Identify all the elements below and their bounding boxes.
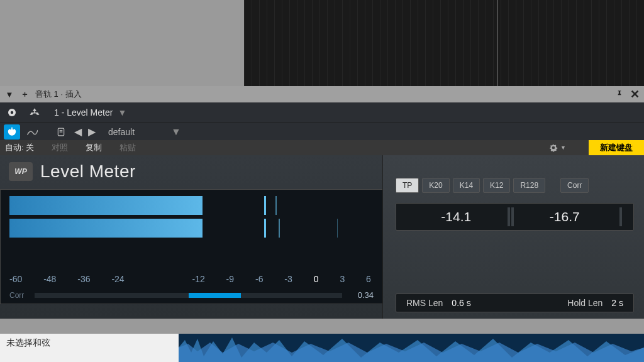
power-button[interactable] [4,124,20,140]
rms-len-value[interactable]: 0.6 s [452,298,470,308]
plugin-window: ▼ ＋ 音轨 1 · 插入 ✕ 1 - Level Meter ▼ [0,86,644,334]
window-title: 音轨 1 · 插入 [35,89,82,100]
window-titlebar[interactable]: ▼ ＋ 音轨 1 · 插入 ✕ [0,86,644,102]
meter-mode-row: TP K20 K14 K12 R128 Corr [396,178,634,193]
paste-button[interactable]: 粘贴 [119,142,136,153]
close-icon[interactable]: ✕ [630,87,639,101]
auto-toggle[interactable]: 自动: 关 [5,142,34,153]
activity-icon[interactable] [4,105,20,120]
chevron-down-icon: ▼ [118,107,126,118]
mode-k20-button[interactable]: K20 [422,178,449,193]
copy-button[interactable]: 复制 [86,142,102,153]
plugin-header-row1: 1 - Level Meter ▼ [0,102,644,123]
chord-track-label-area[interactable]: 未选择和弦 [0,334,179,362]
mode-r128-button[interactable]: R128 [513,178,545,193]
bottom-strip: 未选择和弦 -6.0 -12.0 -18.0 -24.0 [0,334,644,362]
audio-waveform [179,334,644,362]
settings-button[interactable]: ▼ [549,143,566,152]
correlation-value: 0.34 [348,290,374,300]
brand-logo: WP [9,162,33,181]
chevron-down-icon: ▼ [560,145,566,151]
preset-menu-icon[interactable] [53,124,69,140]
plugin-header-row2: ◀ ▶ default ▼ [0,123,644,140]
correlation-meter: Corr 0.34 [9,290,374,300]
mode-corr-button[interactable]: Corr [560,178,589,193]
plugin-body: WP Level Meter -60 -48 [0,155,644,319]
preset-dropdown-icon[interactable]: ▼ [171,126,181,138]
hold-len-value[interactable]: 2 s [611,298,623,308]
meter-bar-left [9,196,374,215]
mode-k12-button[interactable]: K12 [483,178,510,193]
meter-right-pane: TP K20 K14 K12 R128 Corr -14.1 -16.7 RMS… [382,155,644,319]
hold-len-label: Hold Len [567,298,602,308]
meter-scale: -60 -48 -36 -24 -12 -9 -6 -3 0 3 6 [9,274,374,284]
svg-point-1 [11,111,14,114]
dropdown-icon[interactable]: ▼ [5,90,14,99]
meter-bar-right [9,219,374,238]
slot-selector[interactable]: 1 - Level Meter ▼ [49,107,131,118]
readout-right: -16.7 [515,209,615,224]
timeline-background[interactable] [244,0,644,92]
preset-next-icon[interactable]: ▶ [87,124,97,140]
preset-prev-icon[interactable]: ◀ [73,124,83,140]
waveform-lane[interactable]: -6.0 -12.0 -18.0 -24.0 [179,334,644,362]
meter-left-pane: WP Level Meter -60 -48 [0,155,382,319]
compare-button[interactable]: 对照 [52,142,68,153]
chord-status: 未选择和弦 [6,337,50,349]
new-keyboard-button[interactable]: 新建键盘 [589,140,644,155]
peak-readout[interactable]: -14.1 -16.7 [396,203,634,231]
rms-len-label: RMS Len [406,298,443,308]
playhead-cursor[interactable] [497,0,497,92]
mode-tp-button[interactable]: TP [396,178,419,193]
level-meter-display: -60 -48 -36 -24 -12 -9 -6 -3 0 3 6 Corr [0,189,382,304]
pin-icon[interactable] [615,90,624,99]
readout-left: -14.1 [406,209,506,224]
correlation-label: Corr [9,291,28,300]
plugin-title: Level Meter [40,162,136,182]
routing-icon[interactable] [26,105,43,120]
add-icon[interactable]: ＋ [20,89,29,100]
automation-icon[interactable] [24,124,40,140]
correlation-track [35,293,342,298]
slot-name: 1 - Level Meter [54,107,113,118]
preset-name[interactable]: default [101,127,167,137]
param-row: RMS Len 0.6 s Hold Len 2 s [396,293,634,312]
plugin-toolbar: 自动: 关 对照 复制 粘贴 ▼ 新建键盘 [0,140,644,155]
mode-k14-button[interactable]: K14 [453,178,480,193]
